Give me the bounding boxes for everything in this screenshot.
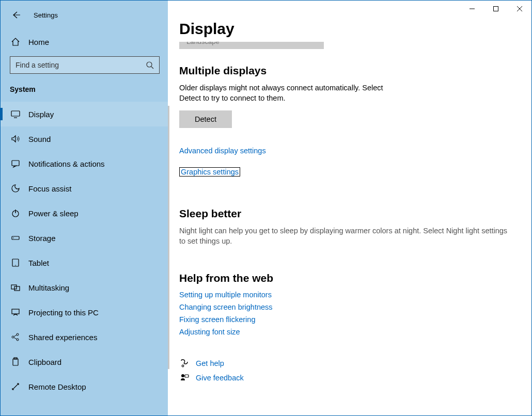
sound-icon <box>11 134 20 143</box>
page-title: Display <box>168 20 531 42</box>
nav-item-notifications[interactable]: Notifications & actions <box>1 151 168 176</box>
nav-item-tablet[interactable]: Tablet <box>1 250 168 275</box>
nav-item-shared[interactable]: Shared experiences <box>1 325 168 349</box>
svg-point-4 <box>147 62 152 67</box>
power-icon <box>11 209 20 218</box>
give-feedback-row[interactable]: Give feedback <box>179 373 520 382</box>
close-button[interactable] <box>508 1 531 17</box>
nav-list: Display Sound Notifications & actions Fo… <box>1 102 168 399</box>
svg-point-14 <box>15 265 15 265</box>
feedback-icon <box>179 373 190 382</box>
give-feedback-link[interactable]: Give feedback <box>196 374 244 382</box>
clipboard-icon <box>11 357 20 366</box>
svg-point-25 <box>182 365 184 367</box>
section-help-from-web: Help from the web <box>179 272 520 284</box>
nav-label: Power & sleep <box>28 209 79 218</box>
nav-item-power[interactable]: Power & sleep <box>1 201 168 226</box>
svg-point-20 <box>17 339 19 341</box>
nav-label: Display <box>28 110 54 119</box>
svg-rect-15 <box>11 285 17 289</box>
nav-item-display[interactable]: Display <box>1 102 168 126</box>
nav-label: Clipboard <box>28 358 61 366</box>
svg-line-22 <box>14 338 17 339</box>
storage-icon <box>11 233 20 243</box>
svg-rect-11 <box>12 236 19 239</box>
nav-label: Multitasking <box>28 283 69 292</box>
projecting-icon <box>11 308 20 317</box>
get-help-row[interactable]: Get help <box>179 359 520 368</box>
search-icon <box>146 61 154 69</box>
svg-point-12 <box>13 237 14 238</box>
search-box[interactable] <box>10 56 160 74</box>
svg-point-18 <box>12 336 14 338</box>
nav-item-clipboard[interactable]: Clipboard <box>1 349 168 374</box>
display-icon <box>11 109 20 119</box>
minimize-button[interactable] <box>460 1 484 17</box>
nav-label: Sound <box>28 135 51 143</box>
nav-item-sound[interactable]: Sound <box>1 126 168 151</box>
app-name: Settings <box>34 11 58 19</box>
advanced-display-link[interactable]: Advanced display settings <box>179 147 266 155</box>
nav-item-focus-assist[interactable]: Focus assist <box>1 176 168 201</box>
remote-desktop-icon <box>11 382 20 391</box>
nav-label: Shared experiences <box>28 333 97 342</box>
get-help-icon <box>179 359 190 368</box>
section-sleep-better: Sleep better <box>179 207 520 220</box>
multitasking-icon <box>11 283 20 292</box>
nav-item-remote-desktop[interactable]: Remote Desktop <box>1 374 168 399</box>
main-content: Display Landscape Multiple displays Olde… <box>168 1 531 415</box>
svg-rect-27 <box>185 375 189 377</box>
section-multiple-displays: Multiple displays <box>179 65 520 77</box>
nav-item-multitasking[interactable]: Multitasking <box>1 275 168 300</box>
detect-button[interactable]: Detect <box>179 110 232 128</box>
sidebar: Settings Home System Display Sound <box>1 1 168 415</box>
nav-label: Projecting to this PC <box>28 308 99 317</box>
svg-rect-17 <box>12 309 19 314</box>
svg-point-26 <box>181 374 184 377</box>
notifications-icon <box>11 159 20 168</box>
svg-point-19 <box>17 333 19 335</box>
scrollbar[interactable] <box>168 106 169 369</box>
nav-item-projecting[interactable]: Projecting to this PC <box>1 300 168 325</box>
svg-rect-16 <box>14 286 20 291</box>
graphics-settings-link[interactable]: Graphics settings <box>179 167 240 177</box>
category-label: System <box>1 74 168 99</box>
help-link-multiple-monitors[interactable]: Setting up multiple monitors <box>179 291 520 299</box>
home-button[interactable]: Home <box>1 30 168 53</box>
back-icon[interactable] <box>11 10 21 20</box>
help-link-brightness[interactable]: Changing screen brightness <box>179 303 520 311</box>
home-label: Home <box>28 38 49 46</box>
nav-label: Tablet <box>28 259 49 267</box>
svg-rect-23 <box>13 359 18 365</box>
svg-line-21 <box>14 335 17 337</box>
nav-label: Remote Desktop <box>28 382 86 391</box>
maximize-button[interactable] <box>484 1 508 17</box>
svg-line-5 <box>151 67 153 69</box>
home-icon <box>11 37 20 46</box>
nav-label: Notifications & actions <box>28 159 105 168</box>
orientation-dropdown[interactable]: Landscape <box>179 42 324 49</box>
search-input[interactable] <box>15 61 146 69</box>
nav-item-storage[interactable]: Storage <box>1 226 168 250</box>
shared-icon <box>11 332 20 342</box>
sleep-better-desc: Night light can help you get to sleep by… <box>179 226 510 246</box>
help-link-flickering[interactable]: Fixing screen flickering <box>179 315 520 324</box>
multiple-displays-desc: Older displays might not always connect … <box>179 83 406 103</box>
svg-rect-1 <box>494 7 498 11</box>
get-help-link[interactable]: Get help <box>196 359 224 367</box>
help-link-font-size[interactable]: Adjusting font size <box>179 328 520 336</box>
nav-label: Focus assist <box>28 184 71 193</box>
tablet-icon <box>11 258 20 267</box>
svg-rect-6 <box>11 111 20 116</box>
nav-label: Storage <box>28 234 56 243</box>
svg-rect-8 <box>12 161 19 166</box>
focus-assist-icon <box>11 184 20 193</box>
